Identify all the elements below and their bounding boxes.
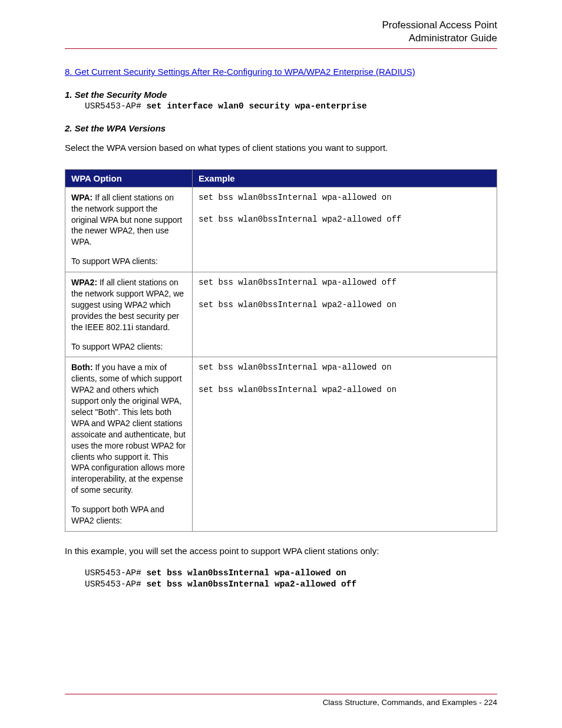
example-command: set bss wlan0bssInternal wpa-allowed off — [199, 277, 491, 289]
step-1-heading: 1. Set the Security Mode — [65, 90, 497, 100]
doc-title-line1: Professional Access Point — [65, 19, 497, 32]
example-command: set bss wlan0bssInternal wpa-allowed on — [199, 192, 491, 204]
option-support-text: To support WPA clients: — [71, 256, 186, 267]
document-header: Professional Access Point Administrator … — [65, 19, 497, 49]
option-support-text: To support WPA2 clients: — [71, 341, 186, 353]
example-commands-block: USR5453-AP# set bss wlan0bssInternal wpa… — [85, 568, 497, 591]
table-row: Both: If you have a mix of clients, some… — [65, 357, 497, 531]
cli-prompt: USR5453-AP# — [85, 579, 146, 589]
example-command: set bss wlan0bssInternal wpa2-allowed of… — [199, 214, 491, 226]
doc-title-line2: Administrator Guide — [65, 32, 497, 45]
example-command: set bss wlan0bssInternal wpa2-allowed on — [199, 299, 491, 311]
option-lead: WPA2: — [71, 278, 97, 287]
option-support-text: To support both WPA and WPA2 clients: — [71, 504, 186, 526]
cli-command-text: set bss wlan0bssInternal wpa-allowed on — [146, 568, 346, 578]
cli-prompt: USR5453-AP# — [85, 568, 146, 578]
example-command: set bss wlan0bssInternal wpa2-allowed on — [199, 384, 491, 396]
table-row: WPA2: If all client stations on the netw… — [65, 272, 497, 357]
step-2-heading: 2. Set the WPA Versions — [65, 123, 497, 133]
table-header-option: WPA Option — [65, 169, 193, 187]
option-description: WPA2: If all client stations on the netw… — [71, 277, 186, 332]
option-description: WPA: If all client stations on the netwo… — [71, 192, 186, 248]
option-description: Both: If you have a mix of clients, some… — [71, 362, 186, 496]
page-footer: Class Structure, Commands, and Examples … — [65, 694, 497, 707]
cli-prompt: USR5453-AP# — [85, 101, 146, 111]
cli-command-text: set bss wlan0bssInternal wpa2-allowed of… — [146, 579, 356, 589]
table-row: WPA: If all client stations on the netwo… — [65, 187, 497, 272]
option-lead: Both: — [71, 363, 93, 372]
cli-command-text: set interface wlan0 security wpa-enterpr… — [146, 101, 366, 111]
option-lead: WPA: — [71, 193, 92, 202]
example-intro: In this example, you will set the access… — [65, 546, 497, 556]
section-link-8[interactable]: 8. Get Current Security Settings After R… — [65, 67, 497, 77]
step-1-command: USR5453-AP# set interface wlan0 security… — [85, 101, 497, 113]
step-2-intro: Select the WPA version based on what typ… — [65, 143, 497, 153]
table-header-example: Example — [193, 169, 497, 187]
example-command: set bss wlan0bssInternal wpa-allowed on — [199, 362, 491, 374]
wpa-options-table: WPA Option Example WPA: If all client st… — [65, 169, 497, 532]
option-desc-text: If you have a mix of clients, some of wh… — [71, 363, 186, 495]
